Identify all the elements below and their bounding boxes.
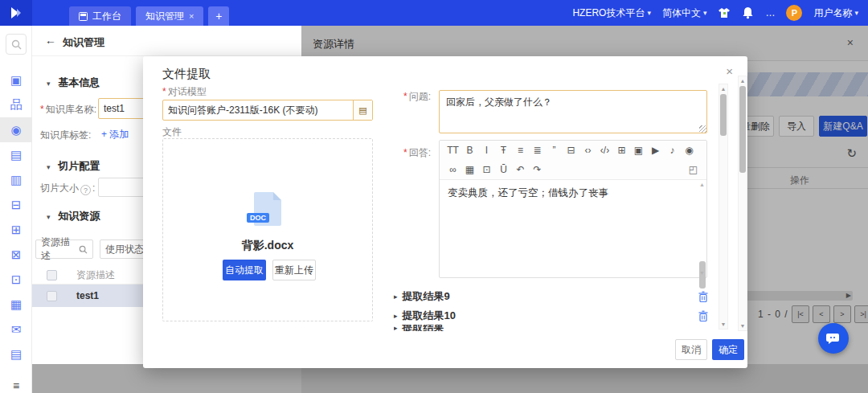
scroll-right-icon[interactable]: ▶: [846, 291, 851, 301]
scroll-thumb[interactable]: [739, 86, 746, 173]
table-config-icon[interactable]: ▤: [0, 142, 32, 167]
pagination-next-button[interactable]: >: [833, 305, 851, 323]
tab-workbench[interactable]: 工作台: [69, 6, 131, 26]
question-textarea[interactable]: [439, 90, 707, 133]
capture-icon[interactable]: ⊡: [0, 267, 32, 292]
section-basic-info[interactable]: ▾ 基本信息: [47, 76, 100, 90]
toolbar-row-2: ∞▦⊡Ū↶↷◰: [440, 160, 706, 179]
uploaded-filename: 背影.docx: [163, 239, 372, 253]
bullet-list-icon[interactable]: ≡: [514, 145, 527, 156]
resource-desc-filter[interactable]: 资源描述: [35, 239, 93, 259]
sidebar-search-button[interactable]: [6, 34, 27, 55]
list-doc-icon[interactable]: ▤: [0, 342, 32, 366]
scroll-down-icon[interactable]: ▼: [719, 321, 727, 327]
bold-icon[interactable]: B: [463, 145, 477, 156]
kb-name-label: *知识库名称:: [40, 103, 96, 117]
scroll-thumb[interactable]: [720, 94, 727, 136]
avatar[interactable]: P: [786, 5, 802, 21]
form-scrollbar[interactable]: ▲ ▼: [719, 84, 728, 330]
ai-assistant-icon[interactable]: ◉: [0, 117, 32, 142]
editor-scroll-up-icon[interactable]: ▲: [699, 182, 705, 187]
table-edit-icon[interactable]: ▦: [463, 164, 477, 175]
sliders-icon[interactable]: ⊞: [0, 217, 32, 242]
pagination-prev-button[interactable]: <: [813, 305, 830, 323]
add-tab-button[interactable]: +: [208, 6, 229, 26]
tab-close-icon[interactable]: ×: [189, 11, 194, 21]
select-all-checkbox[interactable]: [47, 270, 57, 280]
add-tag-button[interactable]: + 添加: [101, 128, 129, 141]
delete-result-icon[interactable]: [698, 310, 709, 322]
scroll-down-icon[interactable]: ▼: [739, 323, 747, 329]
scroll-up-icon[interactable]: ▲: [739, 78, 747, 84]
link-icon[interactable]: ∞: [446, 164, 460, 175]
image-settings-icon[interactable]: ▦: [0, 292, 32, 317]
user-menu[interactable]: 用户名称 ▾: [813, 6, 858, 20]
more-menu[interactable]: …: [765, 7, 775, 18]
video-icon[interactable]: ▶: [649, 145, 662, 156]
auto-extract-button[interactable]: 自动提取: [223, 260, 266, 280]
delete-result-icon[interactable]: [698, 291, 709, 303]
expand-caret-icon[interactable]: ▸: [394, 312, 398, 320]
workbench-icon[interactable]: ▣: [0, 68, 32, 92]
extract-result-row-clipped[interactable]: ▸ 提取结果: [394, 325, 709, 331]
upload-area[interactable]: DOC 背影.docx 自动提取 重新上传: [162, 138, 373, 321]
help-icon[interactable]: ?: [80, 185, 91, 195]
platform-menu[interactable]: HZERO技术平台 ▾: [572, 6, 651, 20]
confirm-button[interactable]: 确定: [712, 339, 744, 360]
row-checkbox[interactable]: [47, 291, 57, 301]
pagination-last-button[interactable]: >|: [854, 305, 868, 323]
copy-icon[interactable]: ⊡: [480, 164, 493, 175]
preview-icon[interactable]: ◉: [682, 145, 696, 156]
notifications-button[interactable]: [742, 6, 754, 19]
import-button[interactable]: 导入: [779, 116, 814, 137]
answer-content[interactable]: 变卖典质，还了亏空；借钱办了丧事: [440, 180, 706, 277]
ordered-list-icon[interactable]: ≣: [530, 145, 544, 156]
pagination-first-button[interactable]: |<: [792, 305, 809, 323]
font-size-icon[interactable]: TT: [446, 145, 460, 156]
language-menu[interactable]: 简体中文 ▾: [662, 6, 707, 20]
code-block-icon[interactable]: ‹/›: [598, 145, 612, 156]
strikethrough-icon[interactable]: Ŧ: [497, 145, 510, 156]
assistant-fab[interactable]: [818, 323, 849, 354]
folder-settings-icon[interactable]: ⊟: [0, 192, 32, 217]
message-icon[interactable]: ✉: [0, 317, 32, 342]
extract-result-row[interactable]: ▸ 提取结果10: [394, 307, 709, 325]
inline-code-icon[interactable]: ‹›: [581, 145, 595, 156]
image-icon[interactable]: ▣: [632, 145, 645, 156]
market-button[interactable]: [718, 6, 731, 19]
resize-handle[interactable]: [699, 125, 706, 133]
cancel-button[interactable]: 取消: [675, 339, 707, 360]
extract-result-row[interactable]: ▸ 提取结果9: [394, 288, 709, 305]
collapse-menu-icon[interactable]: ≡: [0, 378, 32, 393]
fullscreen-icon[interactable]: ◰: [686, 164, 700, 175]
new-qa-button[interactable]: 新建Q&A: [819, 116, 867, 137]
brand-logo[interactable]: [0, 0, 32, 26]
table-config-alt-icon[interactable]: ▥: [0, 167, 32, 192]
italic-icon[interactable]: I: [480, 145, 493, 156]
dialog-model-field: ▤: [162, 100, 373, 121]
org-chart-icon[interactable]: 品: [0, 92, 32, 117]
refresh-icon[interactable]: ↻: [846, 146, 857, 161]
scroll-up-icon[interactable]: ▲: [719, 86, 727, 92]
modal-close-icon[interactable]: ×: [726, 64, 733, 78]
undo-icon[interactable]: ↶: [514, 164, 527, 175]
back-arrow-icon[interactable]: ←: [45, 34, 56, 47]
editor-scroll-down-icon[interactable]: ▼: [699, 270, 705, 276]
tab-knowledge-management[interactable]: 知识管理 ×: [136, 6, 203, 26]
lov-picker-icon[interactable]: ▤: [353, 100, 372, 120]
expand-caret-icon[interactable]: ▸: [394, 293, 398, 301]
drawer-close-icon[interactable]: ×: [847, 36, 854, 49]
dialog-model-input[interactable]: [163, 104, 353, 116]
audio-icon[interactable]: ♪: [665, 145, 679, 156]
clear-trash-icon[interactable]: Ū: [497, 164, 510, 175]
redo-icon[interactable]: ↷: [530, 164, 544, 175]
table-icon[interactable]: ⊞: [615, 145, 628, 156]
divider-icon[interactable]: ⊟: [564, 145, 578, 156]
reupload-button[interactable]: 重新上传: [272, 260, 316, 280]
section-knowledge-resources[interactable]: ▾ 知识资源: [47, 209, 100, 223]
kb-tags-label: 知识库标签:: [40, 129, 91, 142]
quote-icon[interactable]: ”: [547, 145, 561, 156]
flow-icon[interactable]: ⊠: [0, 242, 32, 267]
section-slice-config[interactable]: ▾ 切片配置: [47, 159, 100, 174]
modal-scrollbar[interactable]: ▲ ▼: [738, 76, 747, 331]
